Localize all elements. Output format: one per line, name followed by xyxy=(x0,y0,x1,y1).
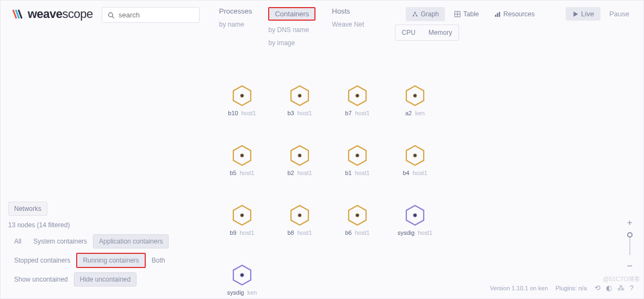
hexagon-icon xyxy=(404,204,426,226)
filter-system[interactable]: System containers xyxy=(27,234,93,248)
hexagon-icon xyxy=(231,85,253,107)
logo: weavescope xyxy=(11,7,93,21)
watermark: @51CTO博客 xyxy=(603,275,640,283)
hexagon-icon xyxy=(231,204,253,226)
node-host: host1 xyxy=(240,170,255,176)
zoom-slider[interactable] xyxy=(629,233,630,255)
nav-hosts[interactable]: Hosts xyxy=(332,7,364,15)
container-node[interactable]: b2host1 xyxy=(287,145,313,176)
svg-rect-14 xyxy=(499,12,500,17)
zoom-out[interactable]: − xyxy=(627,260,633,272)
node-host: host1 xyxy=(242,110,256,116)
svg-line-3 xyxy=(112,16,114,18)
filter-panel: Networks 13 nodes (14 filtered) All Syst… xyxy=(8,202,171,291)
node-name: b9 xyxy=(230,229,236,236)
filter-both[interactable]: Both xyxy=(146,253,171,267)
filter-show-uncontained[interactable]: Show uncontained xyxy=(8,272,74,286)
live-button[interactable]: Live xyxy=(566,7,600,21)
node-host: host1 xyxy=(298,170,312,176)
container-node[interactable]: b10host1 xyxy=(229,85,255,116)
node-name: sysdig xyxy=(227,289,244,296)
node-name: b7 xyxy=(345,110,351,116)
hexagon-icon xyxy=(289,204,311,226)
container-node[interactable]: b1host1 xyxy=(344,145,370,176)
node-host: host1 xyxy=(355,229,370,236)
zoom-in[interactable]: + xyxy=(627,218,632,228)
container-node[interactable]: sysdigken xyxy=(229,264,255,296)
hexagon-icon xyxy=(231,264,253,286)
play-icon xyxy=(572,11,579,17)
filter-all[interactable]: All xyxy=(8,234,27,248)
node-host: host1 xyxy=(298,229,312,236)
container-node[interactable]: b5host1 xyxy=(229,145,255,176)
debug-icon[interactable]: ⁂ xyxy=(617,284,624,292)
container-node[interactable]: sysdighost1 xyxy=(402,204,428,236)
refresh-icon[interactable]: ⟲ xyxy=(595,284,600,292)
container-node[interactable]: b8host1 xyxy=(287,204,313,236)
nav-containers[interactable]: Containers xyxy=(268,7,315,21)
filter-stopped[interactable]: Stopped containers xyxy=(8,253,76,267)
view-graph[interactable]: Graph xyxy=(406,7,445,21)
view-resources[interactable]: Resources xyxy=(488,7,541,21)
node-name: b6 xyxy=(345,229,351,236)
metric-memory[interactable]: Memory xyxy=(423,26,457,39)
hexagon-icon xyxy=(404,145,426,166)
svg-point-2 xyxy=(108,13,113,17)
svg-rect-13 xyxy=(497,13,498,17)
node-host: host1 xyxy=(355,110,370,116)
node-host: host1 xyxy=(413,170,428,176)
svg-marker-15 xyxy=(574,11,578,17)
search-box[interactable] xyxy=(102,7,200,23)
svg-rect-12 xyxy=(495,15,497,17)
node-host: host1 xyxy=(355,170,370,176)
node-name: b4 xyxy=(403,170,409,176)
container-node[interactable]: b7host1 xyxy=(344,85,370,116)
node-name: b1 xyxy=(345,170,351,176)
view-table[interactable]: Table xyxy=(448,7,485,21)
footer: Version 1.10.1 on ken Plugins: n/a ⟲ ◐ ⁂… xyxy=(490,284,634,292)
search-input[interactable] xyxy=(119,11,194,19)
footer-version: Version 1.10.1 on ken xyxy=(490,285,548,291)
filter-running[interactable]: Running containers xyxy=(76,253,145,268)
node-name: a2 xyxy=(405,110,412,116)
help-icon[interactable]: ? xyxy=(630,284,634,292)
logo-icon xyxy=(11,8,24,21)
svg-line-7 xyxy=(413,13,415,16)
contrast-icon[interactable]: ◐ xyxy=(606,284,612,292)
graph-icon xyxy=(412,11,418,17)
resources-icon xyxy=(494,11,501,17)
hexagon-icon xyxy=(231,145,253,166)
nav-containers-dns[interactable]: by DNS name xyxy=(268,26,315,34)
container-node[interactable]: b9host1 xyxy=(229,204,255,236)
pause-button[interactable]: Pause xyxy=(606,7,633,21)
metric-cpu[interactable]: CPU xyxy=(397,26,421,39)
brand-strong: weave xyxy=(28,7,63,21)
nav-processes-byname[interactable]: by name xyxy=(219,21,252,28)
search-icon xyxy=(108,11,114,19)
container-node[interactable]: b6host1 xyxy=(344,204,370,236)
nav-containers-image[interactable]: by image xyxy=(268,39,315,47)
topology-canvas[interactable]: b10host1b3host1b7host1a2kenb5host1b2host… xyxy=(229,85,428,299)
nav-hosts-weavenet[interactable]: Weave Net xyxy=(332,21,364,28)
hexagon-icon xyxy=(404,85,426,107)
filter-application[interactable]: Application containers xyxy=(93,234,169,248)
node-status: 13 nodes (14 filtered) xyxy=(8,221,171,229)
node-host: ken xyxy=(415,110,425,116)
container-node[interactable]: b3host1 xyxy=(287,85,313,116)
node-host: host1 xyxy=(418,229,432,236)
node-name: b10 xyxy=(228,110,238,116)
networks-button[interactable]: Networks xyxy=(8,202,47,216)
hexagon-icon xyxy=(346,204,368,226)
node-host: host1 xyxy=(298,110,312,116)
hexagon-icon xyxy=(346,145,368,166)
zoom-control: + − xyxy=(627,218,633,272)
table-icon xyxy=(454,11,461,17)
node-name: b5 xyxy=(230,170,236,176)
filter-hide-uncontained[interactable]: Hide uncontained xyxy=(74,272,137,286)
nav-processes[interactable]: Processes xyxy=(219,7,252,15)
node-name: b8 xyxy=(287,229,294,236)
container-node[interactable]: b4host1 xyxy=(402,145,428,176)
brand-light: scope xyxy=(63,7,93,21)
hexagon-icon xyxy=(346,85,368,107)
container-node[interactable]: a2ken xyxy=(402,85,428,116)
